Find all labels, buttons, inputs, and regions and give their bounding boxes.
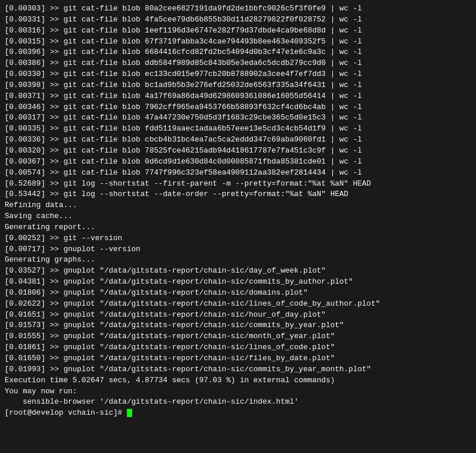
terminal-line: [0.00346] >> git cat-file blob 7962cff96… [5, 102, 471, 113]
terminal-line: [0.01573] >> gnuplot "/data/gitstats-rep… [5, 320, 471, 331]
terminal-line: [0.00371] >> git cat-file blob 4a17f69a8… [5, 91, 471, 102]
terminal-line: [0.00330] >> git cat-file blob ec133cd01… [5, 69, 471, 80]
terminal-line: [0.00317] >> git cat-file blob 47a447230… [5, 113, 471, 124]
terminal-line: Execution time 5.02647 secs, 4.87734 sec… [5, 375, 471, 386]
terminal-line: [0.00252] >> git --version [5, 233, 471, 244]
terminal-line: [0.53442] >> git log --shortstat --date-… [5, 189, 471, 200]
terminal-line: Saving cache... [5, 211, 471, 222]
terminal-line: [0.01806] >> gnuplot "/data/gitstats-rep… [5, 288, 471, 299]
terminal-window: [0.00303] >> git cat-file blob 80a2cee68… [0, 0, 476, 453]
terminal-line: [0.00386] >> git cat-file blob ddb584f98… [5, 58, 471, 69]
terminal-line: Refining data... [5, 200, 471, 211]
terminal-line: [0.01993] >> gnuplot "/data/gitstats-rep… [5, 364, 471, 375]
terminal-line: [0.00303] >> git cat-file blob 80a2cee68… [5, 3, 471, 15]
terminal-line: [0.00396] >> git cat-file blob 6684416cf… [5, 47, 471, 58]
terminal-line: [0.04381] >> gnuplot "/data/gitstats-rep… [5, 277, 471, 288]
terminal-line: [0.00315] >> git cat-file blob 67f3719fa… [5, 37, 471, 48]
terminal-line: [0.00717] >> gnuplot --version [5, 244, 471, 255]
terminal-line: [0.00367] >> git cat-file blob 0d6cd9d1e… [5, 157, 471, 168]
terminal-line: [0.03527] >> gnuplot "/data/gitstats-rep… [5, 266, 471, 277]
terminal-line: [0.00320] >> git cat-file blob 78525fce4… [5, 146, 471, 157]
terminal-cursor [127, 409, 132, 417]
terminal-line: [0.01651] >> gnuplot "/data/gitstats-rep… [5, 310, 471, 321]
terminal-line: [0.01861] >> gnuplot "/data/gitstats-rep… [5, 342, 471, 353]
terminal-line: Generating graphs... [5, 255, 471, 266]
terminal-line: [0.00574] >> git cat-file blob 7747f996c… [5, 168, 471, 179]
terminal-line: [0.00331] >> git cat-file blob 4fa5cee79… [5, 15, 471, 26]
terminal-line: sensible-browser '/data/gitstats-report/… [5, 397, 471, 408]
terminal-line: [0.00398] >> git cat-file blob bc1ad9b5b… [5, 80, 471, 91]
terminal-line: You may now run: [5, 386, 471, 397]
terminal-line: Generating report... [5, 222, 471, 233]
terminal-line: [root@develop vchain-sic]# [5, 408, 471, 419]
terminal-line: [0.02622] >> gnuplot "/data/gitstats-rep… [5, 299, 471, 310]
terminal-line: [0.00335] >> git cat-file blob fdd5119aa… [5, 124, 471, 135]
terminal-line: [0.00316] >> git cat-file blob 1eef1196d… [5, 26, 471, 37]
terminal-line: [0.00336] >> git cat-file blob cbcb4b31b… [5, 135, 471, 146]
terminal-line: [0.52689] >> git log --shortstat --first… [5, 179, 471, 190]
terminal-line: [0.01650] >> gnuplot "/data/gitstats-rep… [5, 353, 471, 364]
terminal-line: [0.01555] >> gnuplot "/data/gitstats-rep… [5, 331, 471, 342]
